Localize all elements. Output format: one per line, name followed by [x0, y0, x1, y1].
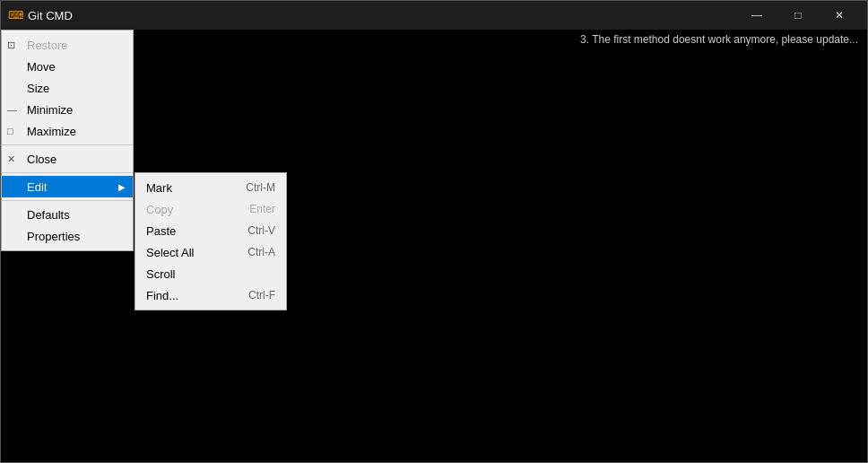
submenu-item-copy-label: Copy: [146, 203, 173, 216]
minimize-icon: —: [7, 104, 17, 115]
titlebar-controls: — □ ✕: [736, 1, 860, 30]
menu-separator-3: [2, 200, 133, 201]
menu-separator-2: [2, 172, 133, 173]
window: ⌨ Git CMD — □ ✕ 3. The first method does…: [0, 0, 868, 463]
menu-item-move[interactable]: Move: [2, 56, 133, 77]
edit-submenu: Mark Ctrl-M Copy Enter Paste Ctrl-V Sele…: [135, 172, 287, 310]
submenu-item-paste-shortcut: Ctrl-V: [247, 224, 275, 237]
menu-item-restore[interactable]: ⊡ Restore: [2, 34, 133, 56]
menu-item-edit[interactable]: Edit ▶ Mark Ctrl-M Copy Enter Paste Ctrl…: [2, 176, 133, 197]
submenu-item-mark[interactable]: Mark Ctrl-M: [135, 177, 286, 198]
restore-icon: ⊡: [7, 39, 15, 51]
submenu-item-find[interactable]: Find... Ctrl-F: [135, 284, 286, 306]
submenu-item-paste-label: Paste: [146, 224, 176, 238]
menu-item-properties[interactable]: Properties: [2, 225, 133, 247]
submenu-item-mark-shortcut: Ctrl-M: [246, 181, 275, 194]
menu-item-defaults-label: Defaults: [27, 208, 70, 222]
close-icon: ✕: [7, 153, 15, 165]
menu-item-edit-label: Edit: [27, 180, 47, 194]
submenu-arrow-icon: ▶: [118, 182, 126, 192]
menu-separator-1: [2, 144, 133, 145]
submenu-item-mark-label: Mark: [146, 181, 172, 195]
menu-item-restore-label: Restore: [27, 39, 68, 52]
submenu-item-copy[interactable]: Copy Enter: [135, 198, 286, 220]
menu-item-close[interactable]: ✕ Close: [2, 148, 133, 170]
submenu-item-copy-shortcut: Enter: [249, 203, 275, 215]
titlebar: ⌨ Git CMD — □ ✕: [1, 1, 867, 30]
menu-item-properties-label: Properties: [27, 230, 80, 243]
submenu-item-select-all-label: Select All: [146, 246, 194, 259]
menu-item-maximize[interactable]: □ Maximize: [2, 120, 133, 142]
menu-item-move-label: Move: [27, 60, 56, 74]
submenu-item-find-label: Find...: [146, 289, 178, 302]
maximize-icon: □: [7, 126, 13, 136]
titlebar-left: ⌨ Git CMD: [8, 8, 73, 22]
app-icon: ⌨: [8, 8, 22, 22]
submenu-item-paste[interactable]: Paste Ctrl-V: [135, 220, 286, 241]
close-button[interactable]: ✕: [819, 1, 860, 30]
submenu-item-find-shortcut: Ctrl-F: [248, 289, 275, 301]
menu-item-maximize-label: Maximize: [27, 125, 76, 138]
menu-item-defaults[interactable]: Defaults: [2, 204, 133, 225]
submenu-item-select-all-shortcut: Ctrl-A: [247, 246, 275, 258]
submenu-item-scroll[interactable]: Scroll: [135, 263, 286, 284]
menu-item-minimize[interactable]: — Minimize: [2, 99, 133, 120]
maximize-button[interactable]: □: [777, 1, 819, 30]
submenu-item-select-all[interactable]: Select All Ctrl-A: [135, 241, 286, 263]
menu-item-close-label: Close: [27, 153, 56, 166]
minimize-button[interactable]: —: [736, 1, 777, 30]
submenu-item-scroll-label: Scroll: [146, 267, 176, 281]
menu-item-size-label: Size: [27, 82, 49, 95]
menu-item-minimize-label: Minimize: [27, 103, 73, 117]
window-title: Git CMD: [28, 9, 73, 22]
terminal-top-text: 3. The first method doesnt work anymore,…: [580, 33, 858, 46]
context-menu: ⊡ Restore Move Size — Minimize □ Maximiz…: [1, 30, 134, 251]
menu-item-size[interactable]: Size: [2, 77, 133, 99]
